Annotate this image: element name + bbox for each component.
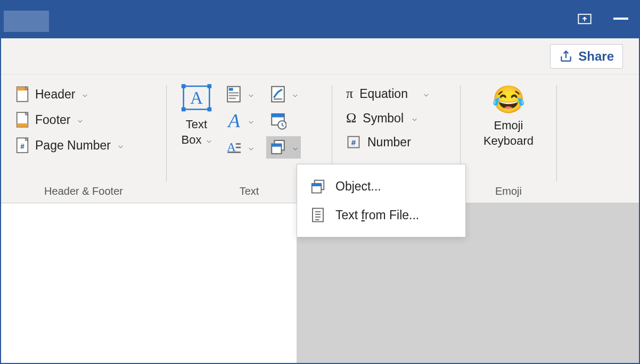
omega-icon: Ω bbox=[346, 110, 356, 126]
svg-rect-9 bbox=[207, 84, 211, 88]
chevron-down-icon: ⌵ bbox=[424, 89, 429, 98]
ribbon: Header ⌵ Footer ⌵ # bbox=[1, 75, 639, 203]
object-menu-item[interactable]: Object... bbox=[297, 172, 465, 201]
chevron-down-icon: ⌵ bbox=[249, 89, 253, 99]
svg-rect-17 bbox=[229, 98, 236, 100]
symbol-label: Symbol bbox=[363, 111, 404, 126]
sharebar: Share bbox=[1, 38, 639, 75]
emoji-group-label: Emoji bbox=[470, 185, 547, 203]
svg-text:A: A bbox=[227, 140, 236, 154]
page-number-label: Page Number bbox=[35, 138, 111, 153]
number-label: Number bbox=[367, 135, 411, 150]
emoji-icon: 😂 bbox=[492, 84, 525, 115]
footer-button[interactable]: Footer ⌵ bbox=[11, 110, 127, 130]
text-box-label-1: Text bbox=[186, 117, 207, 133]
share-label: Share bbox=[578, 49, 614, 64]
equation-label: Equation bbox=[359, 87, 408, 101]
chevron-down-icon: ⌵ bbox=[78, 115, 83, 125]
svg-rect-22 bbox=[272, 114, 284, 118]
svg-rect-4 bbox=[17, 123, 28, 127]
ribbon-display-options-icon[interactable] bbox=[577, 11, 592, 28]
svg-text:A: A bbox=[190, 88, 203, 107]
header-label: Header bbox=[35, 87, 75, 102]
emoji-label-1: Emoji bbox=[483, 118, 534, 134]
chevron-down-icon: ⌵ bbox=[83, 89, 87, 99]
emoji-group: 😂 Emoji Keyboard Emoji bbox=[461, 75, 556, 203]
header-footer-group-label: Header & Footer bbox=[11, 185, 157, 203]
title-highlight bbox=[4, 11, 49, 32]
svg-text:A: A bbox=[227, 112, 241, 130]
signature-line-button[interactable]: ⌵ bbox=[266, 83, 301, 105]
chevron-down-icon: ⌵ bbox=[293, 143, 298, 152]
pi-icon: π bbox=[346, 86, 353, 102]
minimize-icon[interactable] bbox=[613, 18, 628, 20]
svg-text:#: # bbox=[20, 143, 24, 151]
titlebar bbox=[1, 1, 639, 38]
quick-parts-button[interactable]: ⌵ bbox=[222, 83, 257, 105]
chevron-down-icon: ⌵ bbox=[118, 140, 123, 150]
equation-button[interactable]: π Equation ⌵ bbox=[342, 84, 433, 103]
text-box-button[interactable]: A Text Box ⌵ bbox=[176, 81, 217, 148]
chevron-down-icon: ⌵ bbox=[293, 89, 298, 99]
text-box-label-2: Box bbox=[182, 133, 202, 148]
text-from-file-menu-item[interactable]: Text from File... bbox=[297, 201, 465, 229]
date-time-button[interactable] bbox=[266, 110, 290, 132]
chevron-down-icon: ⌵ bbox=[249, 143, 253, 152]
svg-rect-14 bbox=[229, 88, 233, 90]
header-button[interactable]: Header ⌵ bbox=[11, 84, 127, 104]
wordart-button[interactable]: A ⌵ bbox=[222, 110, 257, 132]
chevron-down-icon: ⌵ bbox=[249, 116, 253, 126]
symbol-button[interactable]: Ω Symbol ⌵ bbox=[342, 109, 433, 128]
emoji-label-2: Keyboard bbox=[483, 134, 534, 149]
footer-label: Footer bbox=[35, 113, 70, 127]
share-button[interactable]: Share bbox=[550, 44, 623, 69]
number-button[interactable]: # Number bbox=[342, 133, 433, 151]
drop-cap-button[interactable]: A ⌵ bbox=[222, 136, 257, 159]
object-button[interactable]: ⌵ bbox=[266, 136, 301, 159]
svg-text:#: # bbox=[351, 138, 356, 147]
object-menu-label: Object... bbox=[335, 179, 381, 194]
object-dropdown: Object... Text from File... bbox=[297, 164, 466, 237]
chevron-down-icon: ⌵ bbox=[207, 135, 211, 145]
emoji-keyboard-button[interactable]: 😂 Emoji Keyboard bbox=[480, 81, 537, 152]
svg-rect-10 bbox=[182, 107, 186, 112]
page-number-button[interactable]: # Page Number ⌵ bbox=[11, 135, 127, 155]
svg-rect-35 bbox=[312, 184, 322, 186]
svg-rect-15 bbox=[229, 92, 239, 94]
chevron-down-icon: ⌵ bbox=[412, 113, 417, 123]
svg-rect-16 bbox=[229, 95, 239, 96]
divider bbox=[556, 85, 557, 181]
text-from-file-menu-label: Text from File... bbox=[335, 208, 419, 222]
header-footer-group: Header ⌵ Footer ⌵ # bbox=[1, 75, 166, 203]
svg-rect-8 bbox=[182, 84, 186, 88]
svg-rect-30 bbox=[272, 144, 281, 146]
document-page[interactable] bbox=[1, 203, 297, 363]
svg-rect-11 bbox=[207, 107, 211, 112]
